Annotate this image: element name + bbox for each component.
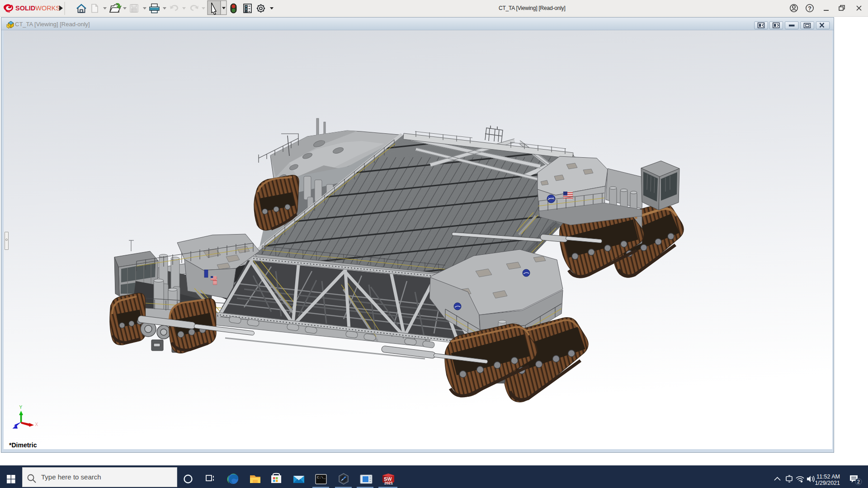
svg-text:SOLIDWORKS: SOLIDWORKS [15,5,60,12]
svg-text:2: 2 [857,479,860,484]
svg-text:?: ? [808,5,811,12]
svg-text:1/29/2021: 1/29/2021 [815,480,840,486]
svg-text:11:52 AM: 11:52 AM [816,474,840,480]
svg-text:C:\_: C:\_ [317,475,326,479]
svg-text:Z: Z [14,425,16,429]
svg-text:X: X [35,422,38,427]
svg-text:2021: 2021 [384,481,393,485]
svg-text:Y: Y [19,405,23,410]
